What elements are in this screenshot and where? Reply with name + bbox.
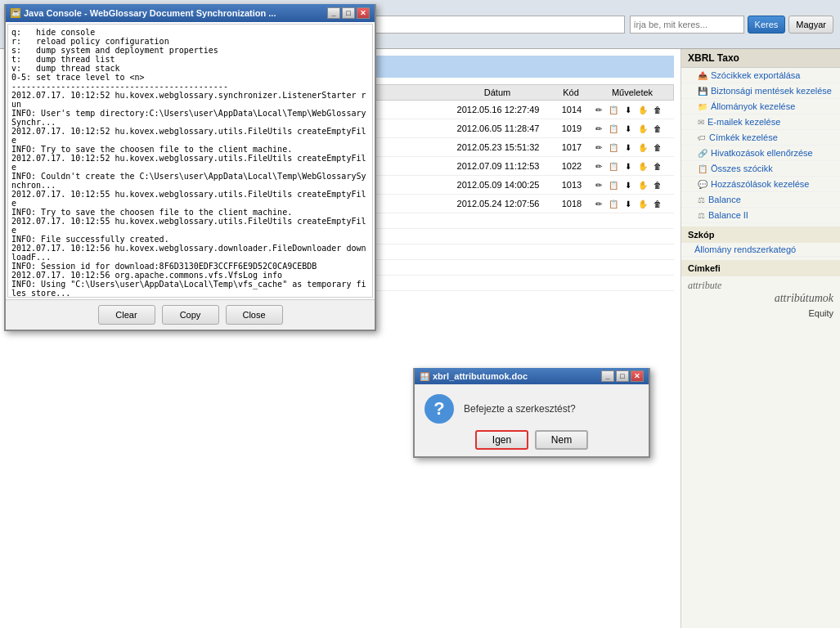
move-icon[interactable]: ✋ bbox=[636, 122, 649, 135]
delete-icon[interactable]: 🗑 bbox=[651, 103, 664, 116]
action-icons: ✏ 📋 ⬇ ✋ 🗑 bbox=[592, 159, 674, 173]
delete-icon[interactable]: 🗑 bbox=[651, 141, 664, 154]
edit-icon[interactable]: ✏ bbox=[592, 141, 605, 154]
action-icons: ✏ 📋 ⬇ ✋ 🗑 bbox=[592, 178, 674, 191]
titlebar-left: ☕ Java Console - WebGlossary Document Sy… bbox=[11, 8, 276, 18]
action-icons: ✏ 📋 ⬇ ✋ 🗑 bbox=[592, 197, 674, 210]
balance2-icon: ⚖ bbox=[698, 211, 705, 220]
delete-icon[interactable]: 🗑 bbox=[651, 122, 664, 135]
move-icon[interactable]: ✋ bbox=[636, 103, 649, 116]
sidebar-item-files[interactable]: 📁 Állományok kezelése bbox=[681, 99, 840, 114]
sidebar-item-emails[interactable]: ✉ E-mailek kezelése bbox=[681, 114, 840, 130]
dialog-icon: 🪟 bbox=[420, 372, 429, 381]
view-icon[interactable]: 📋 bbox=[607, 178, 620, 191]
view-icon[interactable]: 📋 bbox=[607, 141, 620, 154]
file-code: 1013 bbox=[551, 180, 592, 190]
file-date: 2012.05.16 12:27:49 bbox=[445, 105, 551, 114]
export-icon: 📤 bbox=[698, 71, 707, 80]
copy-button[interactable]: Copy bbox=[162, 305, 219, 325]
console-title-text: Java Console - WebGlossary Document Sync… bbox=[24, 8, 276, 18]
search-button[interactable]: Keres bbox=[748, 16, 786, 34]
link-icon: 🔗 bbox=[698, 149, 707, 158]
sidebar-item-backup[interactable]: 💾 Biztonsági mentések kezelése bbox=[681, 83, 840, 99]
move-icon[interactable]: ✋ bbox=[636, 178, 649, 191]
sidebar-item-comments[interactable]: 💬 Hozzászólások kezelése bbox=[681, 177, 840, 192]
dialog-titlebar: 🪟 xbrl_attributumok.doc _ □ ✕ bbox=[415, 368, 649, 384]
action-icons: ✏ 📋 ⬇ ✋ 🗑 bbox=[592, 122, 674, 135]
maximize-button[interactable]: □ bbox=[342, 7, 355, 19]
console-icon: ☕ bbox=[11, 8, 20, 18]
attribute-label: attribute bbox=[688, 280, 833, 292]
file-date: 2012.05.23 15:51:32 bbox=[445, 142, 551, 152]
language-button[interactable]: Magyar bbox=[788, 16, 833, 34]
search-input[interactable] bbox=[630, 16, 744, 34]
dialog-close-button[interactable]: ✕ bbox=[631, 370, 644, 382]
edit-icon[interactable]: ✏ bbox=[592, 122, 605, 135]
sidebar-item-balance2[interactable]: ⚖ Balance II bbox=[681, 208, 840, 223]
dialog-titlebar-controls: _ □ ✕ bbox=[601, 370, 644, 382]
header-date: Dátum bbox=[444, 87, 550, 97]
download-icon[interactable]: ⬇ bbox=[622, 159, 635, 173]
yes-button[interactable]: Igen bbox=[475, 430, 528, 450]
sidebar-item-balance[interactable]: ⚖ Balance bbox=[681, 192, 840, 208]
file-code: 1014 bbox=[551, 105, 592, 114]
dialog-minimize-button[interactable]: _ bbox=[601, 370, 614, 382]
balance-icon: ⚖ bbox=[698, 195, 705, 204]
view-icon[interactable]: 📋 bbox=[607, 159, 620, 173]
sidebar-xbrl-title: XBRL Taxo bbox=[681, 49, 840, 68]
search-area: Keres Magyar bbox=[630, 16, 833, 34]
right-sidebar: XBRL Taxo 📤 Szócikkek exportálása 💾 Bizt… bbox=[681, 49, 840, 628]
download-icon[interactable]: ⬇ bbox=[622, 103, 635, 116]
email-icon: ✉ bbox=[698, 118, 704, 127]
sidebar-item-links[interactable]: 🔗 Hivatkozások ellenőrzése bbox=[681, 146, 840, 161]
file-actions: ✏ 📋 ⬇ ✋ 🗑 bbox=[592, 178, 674, 191]
header-code: Kód bbox=[550, 87, 591, 97]
action-icons: ✏ 📋 ⬇ ✋ 🗑 bbox=[592, 103, 674, 116]
edit-icon[interactable]: ✏ bbox=[592, 159, 605, 173]
delete-icon[interactable]: 🗑 bbox=[651, 159, 664, 173]
download-icon[interactable]: ⬇ bbox=[622, 141, 635, 154]
close-console-button[interactable]: Close bbox=[226, 305, 283, 325]
delete-icon[interactable]: 🗑 bbox=[651, 197, 664, 210]
download-icon[interactable]: ⬇ bbox=[622, 178, 635, 191]
sidebar-cimlabel-title: Címkefi bbox=[681, 260, 840, 276]
clear-button[interactable]: Clear bbox=[98, 305, 155, 325]
download-icon[interactable]: ⬇ bbox=[622, 122, 635, 135]
attributumok-label: attribútumok bbox=[688, 292, 833, 305]
view-icon[interactable]: 📋 bbox=[607, 122, 620, 135]
edit-icon[interactable]: ✏ bbox=[592, 103, 605, 116]
view-icon[interactable]: 📋 bbox=[607, 197, 620, 210]
dialog-content: ? Befejezte a szerkesztést? bbox=[415, 384, 649, 430]
delete-icon[interactable]: 🗑 bbox=[651, 178, 664, 191]
dialog-titlebar-left: 🪟 xbrl_attributumok.doc bbox=[420, 371, 528, 381]
titlebar-controls: _ □ ✕ bbox=[327, 7, 370, 19]
close-window-button[interactable]: ✕ bbox=[357, 7, 370, 19]
sidebar-category-item[interactable]: Állomány rendszerkategó bbox=[681, 243, 840, 257]
file-date: 2012.07.09 11:12:53 bbox=[445, 161, 551, 171]
file-code: 1022 bbox=[551, 161, 592, 171]
file-date: 2012.06.05 11:28:47 bbox=[445, 123, 551, 133]
minimize-button[interactable]: _ bbox=[327, 7, 340, 19]
console-content: q: hide console r: reload policy configu… bbox=[6, 22, 375, 299]
folder-icon: 📁 bbox=[698, 102, 707, 111]
view-icon[interactable]: 📋 bbox=[607, 103, 620, 116]
edit-icon[interactable]: ✏ bbox=[592, 197, 605, 210]
backup-icon: 💾 bbox=[698, 87, 707, 96]
console-buttons: Clear Copy Close bbox=[6, 299, 375, 330]
download-icon[interactable]: ⬇ bbox=[622, 197, 635, 210]
move-icon[interactable]: ✋ bbox=[636, 197, 649, 210]
move-icon[interactable]: ✋ bbox=[636, 159, 649, 173]
label-icon: 🏷 bbox=[698, 133, 706, 142]
file-code: 1018 bbox=[551, 199, 592, 209]
move-icon[interactable]: ✋ bbox=[636, 141, 649, 154]
dialog-maximize-button[interactable]: □ bbox=[616, 370, 629, 382]
sidebar-item-all-articles[interactable]: 📋 Összes szócikk bbox=[681, 161, 840, 177]
file-actions: ✏ 📋 ⬇ ✋ 🗑 bbox=[592, 159, 674, 173]
no-button[interactable]: Nem bbox=[535, 430, 588, 450]
sidebar-item-labels[interactable]: 🏷 Címkék kezelése bbox=[681, 130, 840, 146]
console-text-area[interactable]: q: hide console r: reload policy configu… bbox=[7, 24, 373, 298]
file-date: 2012.05.24 12:07:56 bbox=[445, 199, 551, 209]
dialog-title-text: xbrl_attributumok.doc bbox=[433, 371, 528, 381]
edit-icon[interactable]: ✏ bbox=[592, 178, 605, 191]
sidebar-item-export[interactable]: 📤 Szócikkek exportálása bbox=[681, 68, 840, 83]
